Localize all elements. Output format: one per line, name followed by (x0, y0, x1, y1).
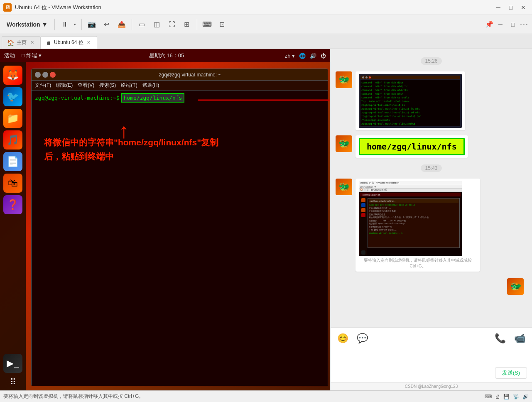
playback-controls: ⏸ ▾ (58, 18, 78, 31)
power-icon[interactable]: ⏻ (321, 53, 326, 59)
wm-maximize-button[interactable] (42, 72, 48, 78)
terminal-menu-search[interactable]: 搜索(S) (99, 82, 116, 89)
right-maximize-button[interactable]: □ (507, 20, 518, 29)
nfs-path-highlight: home/zgq/linux/nfs (359, 138, 465, 155)
tab-bar: 🏠 主页 ✕ 🖥 Ubuntu 64 位 ✕ (0, 34, 532, 49)
terminal-menu-edit[interactable]: 编辑(E) (56, 82, 73, 89)
emoji-icon[interactable]: 😊 (337, 333, 348, 344)
application-dock: 🦊 🐦 📁 🎵 📄 🛍 ❓ ▶_ ⠿ (0, 62, 26, 390)
ubuntu-topbar: 活动 □ 终端 ▾ 星期六 16：05 zh ▾ 🌐 🔊 ⏻ (0, 49, 330, 62)
window-controls: ─ □ ✕ (493, 3, 529, 12)
chat-message-screenshot1: 🐲 command 'ndir' from deb dism command '… (336, 71, 527, 130)
snapshot-button[interactable]: 📷 (85, 18, 98, 31)
status-bar: 要将输入定向到该虚拟机，请将鼠标指针移入其中或按 Ctrl+G。 ⌨ 🖨 💾 📡… (0, 390, 532, 402)
time-label-1543: 15:43 (421, 164, 441, 172)
dock-item-help[interactable]: ❓ (3, 195, 22, 214)
maximize-button[interactable]: □ (505, 3, 516, 12)
more-options-button[interactable]: ··· (520, 20, 529, 29)
pause-button[interactable]: ⏸ (58, 18, 71, 31)
send-area: 发送(S) (336, 367, 527, 379)
toolbar-separator-1 (54, 19, 55, 30)
lang-indicator[interactable]: zh ▾ (285, 53, 295, 59)
dock-item-files[interactable]: 📁 (3, 109, 22, 128)
activities-label[interactable]: 活动 (4, 52, 15, 59)
toolbar-separator-3 (132, 19, 132, 30)
time-label-1526: 15:26 (421, 57, 441, 65)
terminal-content: zgq@zgq-virtual-machine:~$ home/zgq/linu… (32, 91, 328, 386)
status-text: 要将输入定向到该虚拟机，请将鼠标指针移入其中或按 Ctrl+G。 (3, 393, 481, 400)
dock-item-thunderbird[interactable]: 🐦 (3, 87, 22, 106)
main-toolbar: Workstation ▼ ⏸ ▾ 📷 ↩ 📤 ▭ ◫ ⛶ ⊞ ⌨ ⊡ 📌 ─ … (0, 15, 532, 34)
pause-dropdown[interactable]: ▾ (72, 18, 78, 31)
ubuntu-desktop[interactable]: 🦊 🐦 📁 🎵 📄 🛍 ❓ ▶_ ⠿ 🗑 回收站 (0, 62, 330, 390)
screenshot-caption: 要将输入定向到该虚拟机，请将鼠标指针移入其中域或域按 Ctrl+G。 (359, 257, 477, 269)
terminal-menubar: 文件(F) 编辑(E) 查看(V) 搜索(S) 终端(T) 帮助(H) (32, 81, 328, 91)
app-icon: 🖥 (3, 3, 12, 12)
unity-button[interactable]: ⊞ (180, 18, 194, 31)
home-tab-close[interactable]: ✕ (29, 40, 35, 46)
tab-ubuntu[interactable]: 🖥 Ubuntu 64 位 ✕ (40, 36, 97, 49)
wm-minimize-button[interactable] (35, 72, 41, 78)
terminal-input[interactable]: home/zgq/linux/nfs (121, 93, 185, 103)
toolbar-right-controls: 📌 ─ □ ··· (485, 20, 529, 29)
csdn-footer: CSDN @LaoZhangGong123 (331, 382, 532, 390)
my-avatar: 🐲 (507, 278, 524, 295)
revert-button[interactable]: ↩ (100, 18, 113, 31)
message-bubble-nfs: home/zgq/linux/nfs (355, 135, 468, 158)
fit-window-button[interactable]: ◫ (150, 18, 164, 31)
show-all-apps-button[interactable]: ⠿ (10, 377, 16, 387)
dock-item-terminal[interactable]: ▶_ (3, 354, 22, 373)
wm-close-button[interactable] (50, 72, 56, 78)
thumb-topbar (360, 76, 460, 79)
screenshot-thumbnail-1: command 'ndir' from deb dism command 'nd… (359, 74, 462, 128)
message-bubble-screenshot1: command 'ndir' from deb dism command 'nd… (355, 71, 465, 130)
home-tab-icon: 🏠 (7, 39, 14, 46)
main-content: 活动 □ 终端 ▾ 星期六 16：05 zh ▾ 🌐 🔊 ⏻ 🦊 🐦 📁 🎵 📄… (0, 49, 532, 390)
chat-bottom-toolbar: 😊 💬 📞 📹 (331, 327, 532, 349)
volume-icon[interactable]: 🔊 (310, 53, 316, 59)
terminal-prompt-line: zgq@zgq-virtual-machine:~$ home/zgq/linu… (35, 93, 324, 103)
terminal-menu[interactable]: □ 终端 ▾ (22, 52, 42, 59)
minimize-button[interactable]: ─ (493, 3, 504, 12)
fullscreen-button[interactable]: ⛶ (165, 18, 179, 31)
sender-avatar-3: 🐲 (336, 179, 352, 195)
pin-icon[interactable]: 📌 (485, 20, 493, 28)
ubuntu-tab-close[interactable]: ✕ (86, 40, 92, 46)
dock-item-firefox[interactable]: 🦊 (3, 66, 22, 85)
view-button[interactable]: ⊡ (216, 18, 229, 31)
ubuntu-tab-label: Ubuntu 64 位 (54, 39, 83, 46)
terminal-menu-view[interactable]: 查看(V) (78, 82, 94, 89)
chat-bubble-icon[interactable]: 💬 (357, 333, 368, 344)
dock-item-texteditor[interactable]: 📄 (3, 152, 22, 171)
terminal-wm-buttons (35, 72, 56, 78)
workstation-menu-button[interactable]: Workstation ▼ (3, 20, 51, 29)
terminal-prompt-user: zgq@zgq-virtual-machine:~$ (35, 95, 120, 101)
sender-avatar-2: 🐲 (336, 135, 352, 152)
send-button[interactable]: 📤 (115, 18, 128, 31)
chat-message-screenshot2: 🐲 Ubuntu 64位 - VMware Workstation Workst… (336, 179, 527, 272)
chat-panel: 15:26 🐲 command 'ndir' from deb dism (330, 49, 532, 390)
toolbar-separator-2 (81, 19, 82, 30)
vm-area[interactable]: 活动 □ 终端 ▾ 星期六 16：05 zh ▾ 🌐 🔊 ⏻ 🦊 🐦 📁 🎵 📄… (0, 49, 330, 390)
dock-item-rhythmbox[interactable]: 🎵 (3, 130, 22, 150)
window-title: Ubuntu 64 位 - VMware Workstation (15, 4, 490, 11)
status-icon-4: 📡 (513, 394, 519, 400)
dock-item-appstore[interactable]: 🛍 (3, 174, 22, 193)
video-icon[interactable]: 📹 (514, 333, 525, 344)
close-button[interactable]: ✕ (518, 3, 529, 12)
chat-text-input[interactable] (336, 353, 527, 367)
right-minimize-button[interactable]: ─ (495, 20, 506, 29)
title-bar: 🖥 Ubuntu 64 位 - VMware Workstation ─ □ ✕ (0, 0, 532, 15)
terminal-menu-file[interactable]: 文件(F) (35, 82, 51, 89)
terminal-menu-help[interactable]: 帮助(H) (142, 82, 159, 89)
terminal-menu-terminal[interactable]: 终端(T) (121, 82, 137, 89)
fit-button[interactable]: ▭ (135, 18, 149, 31)
workstation-dropdown-icon: ▼ (42, 21, 48, 28)
chat-message-list: 15:26 🐲 command 'ndir' from deb dism (331, 49, 532, 327)
terminal-window[interactable]: zgq@zgq-virtual-machine: ~ 文件(F) 编辑(E) 查… (31, 69, 328, 386)
phone-icon[interactable]: 📞 (495, 333, 506, 344)
tab-home[interactable]: 🏠 主页 ✕ (2, 36, 40, 49)
send-button[interactable]: 发送(S) (495, 367, 527, 379)
ctrl-alt-del-button[interactable]: ⌨ (201, 18, 214, 31)
workstation-label: Workstation (7, 21, 40, 28)
